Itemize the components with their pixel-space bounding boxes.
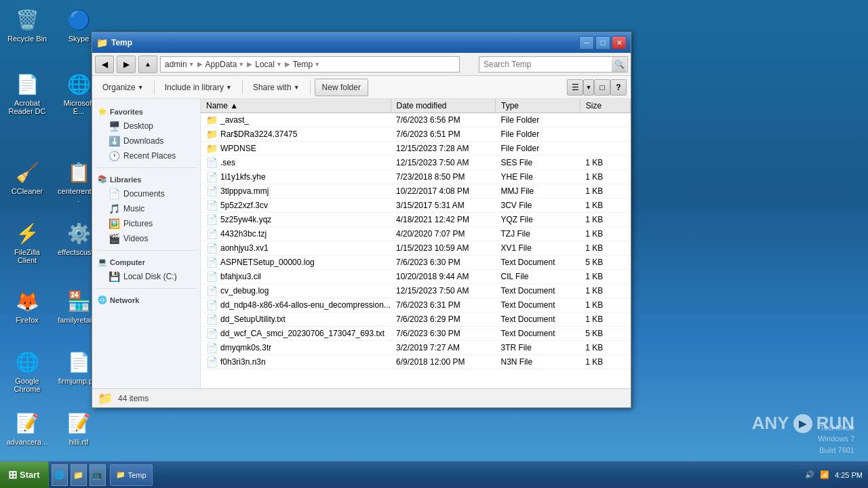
- sidebar-item-downloads[interactable]: ⬇️ Downloads: [92, 134, 200, 148]
- col-header-size[interactable]: Size: [580, 99, 630, 113]
- file-date: 7/6/2023 6:51 PM: [391, 127, 496, 142]
- anyrun-logo: ANY ▶ RUN: [752, 413, 854, 434]
- speaker-icon[interactable]: 🔊: [805, 470, 814, 479]
- file-name: ASPNETSetup_00000.log: [220, 258, 315, 267]
- taskbar-folder-icon[interactable]: 📁: [71, 464, 87, 486]
- sidebar-item-documents[interactable]: 📄 Documents: [92, 186, 200, 201]
- sidebar-item-videos[interactable]: 🎬 Videos: [92, 231, 200, 246]
- file-icon: 📄: [206, 342, 218, 353]
- taskbar-media-icon[interactable]: 📺: [90, 464, 106, 486]
- back-button[interactable]: ◀: [95, 56, 114, 73]
- table-row[interactable]: 📄 dd_SetupUtility.txt 7/6/2023 6:29 PM T…: [201, 312, 631, 327]
- new-folder-button[interactable]: New folder: [315, 79, 368, 96]
- firefox-icon: 🦊: [14, 287, 41, 314]
- path-separator-2: ▶: [247, 60, 252, 68]
- file-type: Text Document: [496, 256, 580, 270]
- table-row[interactable]: 📄 4432h3bc.tzj 4/20/2020 7:07 PM TZJ Fil…: [201, 227, 631, 241]
- acrobat-icon: 📄: [14, 70, 41, 98]
- table-row[interactable]: 📄 ASPNETSetup_00000.log 7/6/2023 6:30 PM…: [201, 256, 631, 270]
- advancera-icon: 📝: [14, 409, 41, 436]
- table-row[interactable]: 📄 5z25yw4k.yqz 4/18/2021 12:42 PM YQZ Fi…: [201, 213, 631, 227]
- table-row[interactable]: 📄 .ses 12/15/2023 7:50 AM SES File 1 KB: [201, 156, 631, 170]
- table-row[interactable]: 📁 Rar$DRa3224.37475 7/6/2023 6:51 PM Fil…: [201, 127, 631, 142]
- view-dropdown-button[interactable]: ▼: [583, 79, 594, 96]
- file-icon: 📄: [206, 243, 218, 253]
- table-row[interactable]: 📄 bfahjxu3.cil 10/20/2018 9:44 AM CIL Fi…: [201, 270, 631, 284]
- taskbar-ie-icon[interactable]: 🌐: [52, 464, 68, 486]
- table-row[interactable]: 📄 dd_wcf_CA_smci_20230706_173047_693.txt…: [201, 327, 631, 341]
- effectscust-icon: ⚙️: [65, 220, 92, 247]
- file-type: N3N File: [496, 355, 580, 369]
- desktop-icon-ccleaner[interactable]: 🧹 CCleaner: [3, 156, 52, 198]
- desktop-icon-recycle-bin[interactable]: 🗑️ Recycle Bin: [3, 3, 52, 45]
- search-input[interactable]: [479, 56, 628, 73]
- file-size: 1 KB: [580, 170, 630, 184]
- table-row[interactable]: 📄 dmyqmk0s.3tr 3/2/2019 7:27 AM 3TR File…: [201, 341, 631, 355]
- desktop-icon-firefox[interactable]: 🦊 Firefox: [3, 285, 52, 327]
- file-size: 1 KB: [580, 213, 630, 227]
- organize-button[interactable]: Organize ▼: [96, 79, 150, 96]
- start-button[interactable]: ⊞ Start: [0, 462, 49, 488]
- table-row[interactable]: 📁 _avast_ 7/6/2023 6:56 PM File Folder: [201, 113, 631, 127]
- file-date: 3/15/2017 5:31 AM: [391, 199, 496, 213]
- anyrun-text: ANY: [752, 413, 789, 434]
- file-type: File Folder: [496, 127, 580, 142]
- desktop-icon-acrobat[interactable]: 📄 Acrobat Reader DC: [3, 68, 52, 118]
- include-library-button[interactable]: Include in library ▼: [159, 79, 238, 96]
- close-button[interactable]: ✕: [612, 36, 627, 49]
- view-details-button[interactable]: ☰: [567, 79, 583, 96]
- help-button[interactable]: ?: [610, 79, 627, 96]
- col-header-date[interactable]: Date modified: [391, 99, 496, 113]
- file-name: Rar$DRa3224.37475: [220, 129, 297, 139]
- col-header-type[interactable]: Type: [496, 99, 580, 113]
- file-type: Text Document: [496, 312, 580, 327]
- desktop-icon-filezilla[interactable]: ⚡ FileZilla Client: [3, 217, 52, 267]
- col-header-name[interactable]: Name ▲: [201, 99, 391, 113]
- title-bar-left: 📁 Temp: [96, 37, 132, 48]
- table-row[interactable]: 📄 aonhjyu3.xv1 1/15/2023 10:59 AM XV1 Fi…: [201, 241, 631, 256]
- file-date: 12/15/2023 7:50 AM: [391, 284, 496, 298]
- desktop-icon-chrome[interactable]: 🌐 Google Chrome: [3, 346, 52, 396]
- file-size: [580, 113, 630, 127]
- recent-sidebar-icon: 🕐: [108, 150, 120, 161]
- network-header[interactable]: 🌐 Network: [92, 293, 200, 307]
- network-icon[interactable]: 📶: [820, 470, 829, 479]
- file-icon: 📄: [206, 186, 218, 197]
- file-name: aonhjyu3.xv1: [220, 243, 269, 253]
- search-button[interactable]: 🔍: [612, 57, 627, 72]
- taskbar-explorer-item[interactable]: 📁 Temp: [110, 464, 153, 486]
- minimize-button[interactable]: ─: [579, 36, 594, 49]
- sidebar-item-music[interactable]: 🎵 Music: [92, 201, 200, 216]
- table-row[interactable]: 📄 3tlpppva.mmj 10/22/2017 4:08 PM MMJ Fi…: [201, 184, 631, 199]
- libraries-header[interactable]: 📚 Libraries: [92, 172, 200, 186]
- forward-button[interactable]: ▶: [117, 56, 136, 73]
- address-path[interactable]: admin ▼ ▶ AppData ▼ ▶ Local ▼ ▶ Temp ▼: [160, 56, 460, 73]
- favorites-header[interactable]: ⭐ Favorites: [92, 104, 200, 119]
- table-row[interactable]: 📁 WPDNSE 12/15/2023 7:28 AM File Folder: [201, 142, 631, 156]
- file-icon: 📄: [206, 257, 218, 268]
- sidebar-item-desktop[interactable]: 🖥️ Desktop: [92, 119, 200, 134]
- sidebar-item-pictures[interactable]: 🖼️ Pictures: [92, 216, 200, 231]
- sidebar-item-recent[interactable]: 🕐 Recent Places: [92, 148, 200, 163]
- file-name-cell: 📄 1i1y1kfs.yhe: [201, 170, 391, 184]
- maximize-button[interactable]: □: [595, 36, 610, 49]
- table-row[interactable]: 📄 dd_ndp48-x86-x64-allos-enu_decompressi…: [201, 298, 631, 312]
- file-type: XV1 File: [496, 241, 580, 256]
- desktop-icon-hilli[interactable]: 📝 hilli.rtf: [54, 407, 103, 449]
- computer-header[interactable]: 💻 Computer: [92, 255, 200, 269]
- share-with-button[interactable]: Share with ▼: [247, 79, 306, 96]
- view-preview-button[interactable]: □: [594, 79, 610, 96]
- clock: 4:25 PM: [835, 471, 863, 479]
- up-button[interactable]: ▲: [138, 56, 157, 73]
- file-name-cell: 📄 aonhjyu3.xv1: [201, 241, 391, 256]
- file-name: f0h3ri3n.n3n: [220, 357, 266, 367]
- file-icon: 📄: [206, 157, 218, 168]
- desktop-icon-advancera[interactable]: 📝 advancera...: [3, 407, 52, 449]
- file-type: 3CV File: [496, 199, 580, 213]
- table-row[interactable]: 📄 cv_debug.log 12/15/2023 7:50 AM Text D…: [201, 284, 631, 298]
- table-row[interactable]: 📄 f0h3ri3n.n3n 6/9/2018 12:00 PM N3N Fil…: [201, 355, 631, 369]
- libraries-section: 📚 Libraries 📄 Documents 🎵 Music 🖼️ Pictu…: [92, 172, 200, 246]
- table-row[interactable]: 📄 1i1y1kfs.yhe 7/23/2018 8:50 PM YHE Fil…: [201, 170, 631, 184]
- sidebar-item-local-disk[interactable]: 💾 Local Disk (C:): [92, 269, 200, 284]
- table-row[interactable]: 📄 5p5z2xzf.3cv 3/15/2017 5:31 AM 3CV Fil…: [201, 199, 631, 213]
